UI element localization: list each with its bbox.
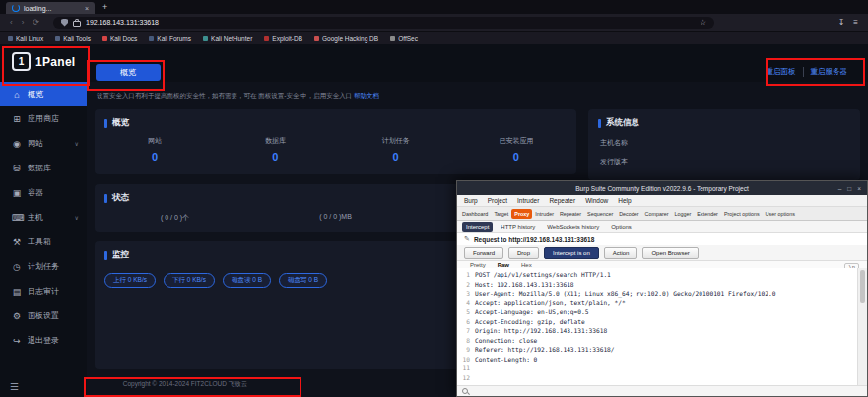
line-number: 6: [457, 317, 475, 327]
burp-button[interactable]: Intercept is on: [544, 247, 599, 259]
tab-close-icon[interactable]: ×: [85, 5, 89, 12]
burp-button[interactable]: Action: [604, 247, 638, 259]
sidebar-item[interactable]: ↪ 退出登录: [0, 328, 87, 353]
reload-icon[interactable]: ⟳: [33, 18, 39, 27]
monitor-chip[interactable]: 下行 0 KB/s: [164, 273, 215, 288]
bookmark-label: Kali NetHunter: [211, 35, 252, 42]
stat-value[interactable]: 0: [456, 151, 576, 163]
bookmark-item[interactable]: Google Hacking DB: [314, 35, 378, 42]
burp-tab[interactable]: Project options: [721, 209, 763, 219]
window-control-icon[interactable]: –: [838, 185, 842, 192]
sidebar-item-label: 计划任务: [28, 261, 59, 272]
menu-item[interactable]: Window: [585, 197, 608, 204]
bookmark-star-icon[interactable]: ☆: [700, 18, 706, 27]
burp-button[interactable]: Drop: [508, 247, 539, 259]
line-text: Accept: application/json, text/plain, */…: [475, 298, 626, 308]
burp-search-bar[interactable]: [457, 385, 867, 396]
bookmarks-bar: Kali Linux Kali Tools Kali Docs Kali For…: [0, 31, 868, 45]
burp-subtab[interactable]: Options: [607, 222, 635, 232]
sidebar-item-label: 主机: [28, 212, 43, 223]
sidebar-item-label: 日志审计: [28, 286, 59, 297]
menu-item[interactable]: Project: [488, 197, 507, 204]
notice-link[interactable]: 帮助文档: [354, 92, 379, 99]
new-tab-button[interactable]: +: [102, 2, 107, 12]
burp-tab[interactable]: Comparer: [642, 209, 672, 219]
burp-tab[interactable]: Target: [491, 209, 511, 219]
monitor-chip[interactable]: 上行 0 KB/s: [104, 273, 156, 288]
menu-item[interactable]: Burp: [464, 197, 478, 204]
burp-tab[interactable]: Proxy: [511, 209, 532, 219]
lock-icon[interactable]: [73, 21, 81, 27]
title-accent-bar: [104, 251, 107, 260]
bookmark-item[interactable]: Exploit-DB: [264, 35, 302, 42]
burp-tab[interactable]: User options: [763, 209, 798, 219]
menu-item[interactable]: Intruder: [517, 197, 539, 204]
downloads-icon[interactable]: ↧: [838, 18, 845, 27]
burp-tab[interactable]: Dashboard: [459, 209, 491, 219]
window-control-icon[interactable]: ×: [857, 185, 861, 192]
burp-title-bar[interactable]: Burp Suite Community Edition v2022.9.6 -…: [457, 181, 867, 195]
sidebar-item-icon: ⚙: [12, 311, 22, 321]
burp-scrollbar[interactable]: [857, 268, 867, 386]
sidebar-collapse-icon[interactable]: ☰: [10, 381, 19, 392]
header-action-link[interactable]: 重启面板: [760, 67, 803, 77]
stat-value[interactable]: 0: [95, 151, 215, 163]
stat-value[interactable]: 0: [336, 151, 456, 163]
browser-tab[interactable]: loading... ×: [6, 2, 95, 14]
search-icon[interactable]: [462, 388, 468, 394]
url-text[interactable]: 192.168.143.131:33618: [86, 19, 159, 26]
line-number: 7: [457, 326, 475, 336]
burp-tab[interactable]: Logger: [672, 209, 695, 219]
bookmark-label: Kali Tools: [63, 35, 91, 42]
sidebar-item[interactable]: ⌂ 概览: [0, 82, 87, 106]
current-page-tab[interactable]: 概览: [96, 64, 161, 81]
burp-tab[interactable]: Intruder: [532, 209, 557, 219]
sidebar-item[interactable]: ⊞ 应用商店: [0, 106, 87, 131]
back-icon[interactable]: ‹: [10, 18, 13, 27]
status-title-text: 状态: [112, 192, 129, 204]
sidebar-item[interactable]: ⌨ 主机 ∨: [0, 205, 87, 230]
bookmark-item[interactable]: Kali Tools: [55, 35, 91, 42]
burp-subtab[interactable]: WebSockets history: [543, 222, 603, 232]
bookmark-item[interactable]: Kali Docs: [102, 35, 137, 42]
sidebar-item[interactable]: ◷ 计划任务: [0, 254, 87, 279]
burp-request-editor[interactable]: 1 POST /api/v1/settings/search HTTP/1.1 …: [457, 268, 858, 386]
burp-main-tabs: DashboardTargetProxyIntruderRepeaterSequ…: [457, 207, 867, 221]
burp-tab[interactable]: Repeater: [557, 209, 584, 219]
burp-proxy-subtabs: InterceptHTTP historyWebSockets historyO…: [457, 221, 867, 233]
monitor-chip[interactable]: 磁盘写 0 B: [279, 273, 327, 288]
sidebar-item[interactable]: ⛁ 数据库: [0, 156, 87, 180]
menu-item[interactable]: Help: [618, 197, 631, 204]
sidebar-item-label: 容器: [28, 187, 43, 198]
burp-tab[interactable]: Extender: [694, 209, 721, 219]
stat-value[interactable]: 0: [215, 151, 335, 163]
monitor-chip[interactable]: 磁盘读 0 B: [223, 273, 271, 288]
burp-tab[interactable]: Sequencer: [584, 209, 616, 219]
sidebar-item[interactable]: ⚒ 工具箱: [0, 230, 87, 254]
burp-button[interactable]: Forward: [464, 247, 503, 259]
menu-item[interactable]: Repeater: [549, 197, 575, 204]
sidebar-item[interactable]: ⚙ 面板设置: [0, 303, 87, 328]
menu-icon[interactable]: ≡: [853, 18, 858, 27]
status-item: ( 0 / 0 )个: [95, 213, 255, 223]
forward-icon[interactable]: ›: [22, 18, 25, 27]
bookmark-item[interactable]: Kali Forums: [149, 35, 191, 42]
bookmark-item[interactable]: OffSec: [390, 35, 418, 42]
burp-button[interactable]: Open Browser: [642, 247, 698, 259]
line-text: Host: 192.168.143.131:33618: [475, 280, 574, 290]
bookmark-item[interactable]: Kali Linux: [8, 35, 43, 42]
window-control-icon[interactable]: □: [847, 185, 851, 192]
burp-tab[interactable]: Decoder: [616, 209, 641, 219]
header-action-link[interactable]: 重启服务器: [803, 67, 855, 77]
burp-subtab[interactable]: HTTP history: [497, 222, 539, 232]
sidebar-item[interactable]: ◉ 网站 ∨: [0, 131, 87, 156]
url-input[interactable]: 192.168.143.131:33618 ☆: [53, 17, 714, 29]
request-line: 10 Content-Length: 0: [457, 355, 858, 364]
sidebar-item[interactable]: ▤ 日志审计: [0, 279, 87, 303]
bookmark-item[interactable]: Kali NetHunter: [203, 35, 252, 42]
shield-icon[interactable]: [61, 19, 68, 27]
title-accent-bar: [104, 194, 107, 203]
sidebar-item[interactable]: ▣ 容器: [0, 180, 87, 205]
burp-subtab[interactable]: Intercept: [462, 222, 493, 232]
scrollbar-thumb[interactable]: [860, 270, 865, 303]
